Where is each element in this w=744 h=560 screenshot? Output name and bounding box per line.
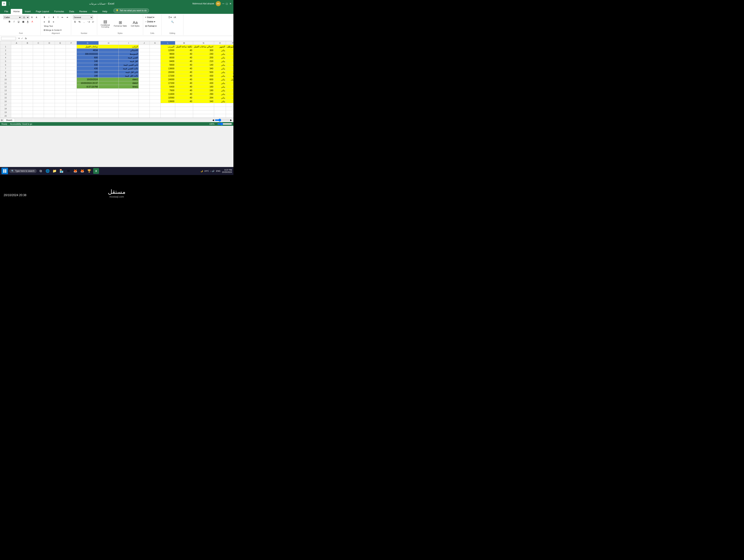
cell[interactable] xyxy=(55,59,66,63)
cell[interactable] xyxy=(139,78,150,81)
cell[interactable]: اجمالي ساعات العمل xyxy=(193,45,214,48)
cell[interactable]: ثاني اقصي قيمة xyxy=(119,63,139,67)
sort-btn[interactable]: ↕A xyxy=(173,15,177,19)
cell[interactable] xyxy=(44,78,55,81)
cell[interactable]: 10/20/2024 xyxy=(77,78,99,81)
cell[interactable] xyxy=(139,59,150,63)
cell[interactable] xyxy=(66,99,77,103)
tab-help[interactable]: Help xyxy=(100,9,110,14)
cell[interactable] xyxy=(66,70,77,74)
tab-page-layout[interactable]: Page Layout xyxy=(33,9,51,14)
font-color-btn[interactable]: A xyxy=(30,20,34,24)
cell[interactable]: 7600 xyxy=(161,89,175,92)
cell[interactable]: يناير xyxy=(214,99,226,103)
cell[interactable]: 500 xyxy=(193,70,214,74)
cell[interactable] xyxy=(139,92,150,96)
cell[interactable] xyxy=(99,63,119,67)
cell[interactable] xyxy=(44,114,55,118)
cell[interactable]: 8400 xyxy=(161,59,175,63)
cell[interactable] xyxy=(22,81,33,85)
table-row[interactable]: 19 xyxy=(0,111,234,114)
cell[interactable] xyxy=(214,111,226,114)
table-row[interactable]: 9190ثالث اقل قيمة1720040430ينايرابراهيم1… xyxy=(0,74,234,78)
cell[interactable] xyxy=(44,59,55,63)
cell[interactable] xyxy=(33,78,44,81)
cell[interactable] xyxy=(55,52,66,56)
cell[interactable] xyxy=(139,52,150,56)
cell[interactable] xyxy=(22,70,33,74)
cell[interactable] xyxy=(11,70,22,74)
cell[interactable]: 210 xyxy=(193,59,214,63)
accounting-btn[interactable]: $ xyxy=(73,20,77,24)
cell[interactable]: 40 xyxy=(175,96,193,99)
cell[interactable]: عاشور xyxy=(226,70,233,74)
store-icon[interactable]: 🏪 xyxy=(59,168,64,174)
cell[interactable] xyxy=(150,96,161,99)
cell[interactable]: يناير xyxy=(214,56,226,59)
cell[interactable] xyxy=(66,107,77,111)
cell[interactable] xyxy=(150,63,161,67)
game-icon[interactable]: 🏆 xyxy=(86,168,92,174)
cell[interactable] xyxy=(139,74,150,78)
cell[interactable]: هاني xyxy=(226,81,233,85)
cell[interactable]: 24000 xyxy=(161,78,175,81)
cell[interactable] xyxy=(33,111,44,114)
cell[interactable] xyxy=(77,89,99,92)
cell[interactable] xyxy=(66,89,77,92)
scroll-right-btn[interactable]: ▶ xyxy=(230,119,232,121)
cell[interactable] xyxy=(77,107,99,111)
cell[interactable] xyxy=(22,111,33,114)
cell[interactable] xyxy=(150,48,161,52)
cell[interactable] xyxy=(66,78,77,81)
cell[interactable] xyxy=(139,111,150,114)
cell[interactable] xyxy=(150,103,161,107)
cell[interactable] xyxy=(44,107,55,111)
font-size-select[interactable]: 11 xyxy=(22,15,29,19)
cell[interactable] xyxy=(55,99,66,103)
cell[interactable]: يناير xyxy=(214,74,226,78)
cell[interactable] xyxy=(44,81,55,85)
cell[interactable] xyxy=(22,52,33,56)
align-top-btn[interactable]: ⬆ xyxy=(42,15,46,19)
cell[interactable] xyxy=(22,89,33,92)
col-header-K[interactable]: K xyxy=(150,41,161,45)
cell[interactable]: 600 xyxy=(77,56,99,59)
cell[interactable] xyxy=(44,56,55,59)
cell[interactable]: محمود xyxy=(226,63,233,67)
cell[interactable]: 8:37:19 PM xyxy=(77,85,99,89)
task-view-btn[interactable]: ⧉ xyxy=(38,168,44,174)
cell[interactable] xyxy=(44,89,55,92)
cell[interactable] xyxy=(33,52,44,56)
cell[interactable]: يناير xyxy=(214,48,226,52)
cell[interactable] xyxy=(55,48,66,52)
cell[interactable] xyxy=(99,92,119,96)
text-direction-btn[interactable]: ⌇ xyxy=(56,15,60,19)
cell[interactable]: اقل قيمة xyxy=(119,59,139,63)
cell-styles-btn[interactable]: Aa Cell Styles xyxy=(129,19,141,28)
col-header-N[interactable]: N xyxy=(193,41,214,45)
cell[interactable] xyxy=(66,48,77,52)
cell[interactable]: ثاني اقل قيمة xyxy=(119,70,139,74)
cell[interactable]: الراتب xyxy=(119,45,139,48)
cell[interactable] xyxy=(55,81,66,85)
cell[interactable] xyxy=(55,114,66,118)
cell[interactable] xyxy=(175,107,193,111)
find-btn[interactable]: 🔍 xyxy=(170,20,174,24)
cell[interactable] xyxy=(55,92,66,96)
cell[interactable] xyxy=(119,92,139,96)
cell[interactable] xyxy=(55,45,66,48)
cell[interactable] xyxy=(226,107,233,111)
table-row[interactable]: 1010/20/2024date12400040600ينايراسماعيل1… xyxy=(0,78,234,81)
cell[interactable]: 430 xyxy=(77,63,99,67)
cell[interactable] xyxy=(226,114,233,118)
cell[interactable] xyxy=(55,56,66,59)
indent-decrease-btn[interactable]: ⇤ xyxy=(61,15,65,19)
cell[interactable] xyxy=(99,107,119,111)
cell[interactable]: محمد xyxy=(226,52,233,56)
cell[interactable]: ساعات العمل xyxy=(77,45,99,48)
confirm-formula-icon[interactable]: ✓ xyxy=(21,37,23,40)
cell[interactable] xyxy=(33,59,44,63)
cell[interactable]: 40 xyxy=(175,56,193,59)
table-row[interactable]: 3308.9333333المتوسط960040240ينايرمحمد101 xyxy=(0,52,234,56)
cell[interactable] xyxy=(33,99,44,103)
